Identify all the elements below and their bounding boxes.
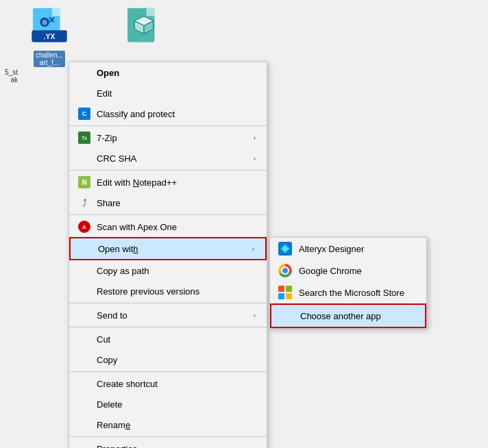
menu-item-rename[interactable]: Rename: [69, 414, 267, 435]
submenu-label-otherapp: Choose another app: [300, 311, 414, 321]
sendto-icon: [77, 308, 91, 322]
separator-1: [69, 125, 267, 126]
menu-item-copypath[interactable]: Copy as path: [69, 260, 267, 281]
separator-2: [69, 170, 267, 171]
apex-icon: A: [77, 220, 91, 234]
classify-icon: C: [77, 107, 91, 121]
file-icon-yxz[interactable]: .YX ⚙ challen...art_f...: [22, 7, 77, 67]
menu-item-edit[interactable]: Edit: [69, 83, 267, 103]
menu-item-restore[interactable]: Restore previous versions: [69, 281, 267, 301]
submenu-item-store[interactable]: Search the Microsoft Store: [270, 282, 426, 303]
separator-6: [69, 371, 267, 372]
menu-label-rename: Rename: [97, 420, 256, 430]
separator-7: [69, 436, 267, 437]
properties-icon: [77, 442, 91, 448]
menu-label-edit: Edit: [97, 88, 256, 99]
separator-4: [69, 303, 267, 303]
restore-icon: [77, 284, 91, 298]
sendto-arrow: ›: [254, 312, 256, 319]
box-file-image: [123, 7, 164, 48]
menu-item-crcsha[interactable]: CRC SHA ›: [69, 148, 267, 169]
edit-icon: [77, 86, 91, 100]
svg-rect-11: [146, 8, 154, 16]
menu-item-notepad[interactable]: Edit with Notepad++: [69, 172, 267, 192]
menu-item-copy[interactable]: Copy: [69, 349, 267, 370]
submenu-label-store: Search the Microsoft Store: [299, 288, 415, 298]
file-icon-yxz-label: challen...art_f...: [34, 51, 65, 67]
svg-text:⚙: ⚙: [42, 19, 47, 26]
submenu-label-alteryx: Alteryx Designer: [299, 244, 415, 254]
openwith-icon: [79, 242, 93, 256]
menu-label-properties: Properties: [97, 444, 256, 449]
separator-5: [69, 327, 267, 327]
7zip-arrow: ›: [254, 134, 256, 142]
menu-item-properties[interactable]: Properties: [69, 438, 267, 448]
menu-label-classify: Classify and protect: [97, 109, 256, 119]
menu-item-delete[interactable]: Delete: [69, 394, 267, 414]
separator-3: [69, 214, 267, 215]
copy-icon: [77, 353, 91, 366]
submenu-item-chrome[interactable]: Google Chrome: [270, 260, 426, 282]
desktop: .YX ⚙ challen...art_f... 5_st ak: [0, 0, 488, 448]
menu-label-delete: Delete: [97, 399, 256, 410]
7zip-icon: 7z: [77, 131, 91, 145]
openwith-submenu: Alteryx Designer Google Chrome: [269, 237, 427, 329]
sidebar-partial: 5_st ak: [0, 69, 21, 84]
menu-item-apex[interactable]: A Scan with Apex One: [69, 216, 267, 237]
crcsha-arrow: ›: [254, 155, 256, 162]
menu-label-crcsha: CRC SHA: [97, 153, 254, 164]
chrome-icon: [278, 264, 292, 277]
crcsha-icon: [77, 151, 91, 165]
menu-label-createshortcut: Create shortcut: [97, 379, 256, 389]
open-icon: [77, 66, 91, 79]
alteryx-icon: [278, 242, 292, 256]
menu-label-notepad: Edit with Notepad++: [97, 177, 256, 188]
share-icon: ⤴: [77, 196, 91, 210]
menu-item-cut[interactable]: Cut: [69, 329, 267, 349]
notepad-icon: [77, 175, 91, 189]
submenu-label-chrome: Google Chrome: [299, 266, 415, 276]
menu-label-7zip: 7-Zip: [97, 133, 254, 143]
otherapp-icon: [280, 309, 293, 323]
menu-label-copy: Copy: [97, 355, 256, 365]
menu-label-openwith: Open with: [98, 244, 252, 254]
store-icon: [278, 286, 292, 299]
context-menu: Open Edit C Classify and protect 7z 7-Zi…: [69, 62, 267, 448]
menu-label-share: Share: [97, 198, 256, 208]
menu-label-sendto: Send to: [97, 310, 254, 321]
cut-icon: [77, 332, 91, 346]
createshortcut-icon: [77, 377, 91, 390]
menu-label-apex: Scan with Apex One: [97, 222, 256, 232]
menu-item-createshortcut[interactable]: Create shortcut: [69, 373, 267, 394]
file-icon-box[interactable]: [117, 7, 171, 51]
menu-item-openwith[interactable]: Open with › Alteryx Designer: [69, 237, 267, 260]
menu-item-open[interactable]: Open: [69, 62, 267, 83]
menu-label-restore: Restore previous versions: [97, 286, 256, 297]
menu-item-share[interactable]: ⤴ Share: [69, 192, 267, 213]
openwith-arrow: ›: [252, 245, 254, 253]
yxz-file-image: .YX ⚙: [29, 7, 70, 48]
svg-text:.YX: .YX: [44, 33, 56, 40]
menu-label-open: Open: [97, 68, 256, 78]
rename-icon: [77, 418, 91, 432]
menu-label-cut: Cut: [97, 334, 256, 345]
menu-item-classify[interactable]: C Classify and protect: [69, 103, 267, 124]
delete-icon: [77, 397, 91, 411]
submenu-item-alteryx[interactable]: Alteryx Designer: [270, 238, 426, 260]
svg-rect-2: [51, 8, 60, 16]
menu-item-sendto[interactable]: Send to ›: [69, 305, 267, 325]
copypath-icon: [77, 264, 91, 277]
menu-label-copypath: Copy as path: [97, 266, 256, 276]
submenu-item-otherapp[interactable]: Choose another app: [270, 303, 426, 328]
menu-item-7zip[interactable]: 7z 7-Zip ›: [69, 127, 267, 148]
